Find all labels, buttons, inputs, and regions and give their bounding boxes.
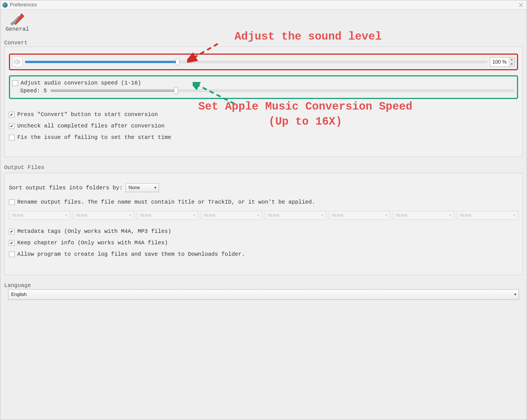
volume-box: 100 % ▲ ▼: [9, 54, 518, 70]
metadata-label: Metadata tags (Only works with M4A, MP3 …: [17, 228, 171, 235]
rename-label: Rename output files. The file name must …: [17, 199, 315, 205]
chevron-down-icon: ▼: [129, 213, 132, 217]
language-dropdown[interactable]: English ▼: [8, 289, 519, 300]
speed-slider[interactable]: [51, 87, 514, 94]
chevron-down-icon: ▼: [193, 213, 196, 217]
chevron-down-icon: ▼: [513, 213, 516, 217]
rename-field-3-dropdown[interactable]: None▼: [137, 211, 198, 220]
rename-fields-row: None▼None▼None▼None▼None▼None▼None▼None▼: [9, 211, 518, 220]
chevron-down-icon: ▼: [514, 293, 517, 296]
tools-icon: [9, 12, 26, 26]
tab-general-label: General: [6, 26, 29, 32]
section-language-label: Language: [4, 282, 527, 289]
chevron-down-icon: ▼: [154, 186, 157, 190]
convert-group: 100 % ▲ ▼ Adjust audio conversion speed …: [4, 47, 523, 157]
rename-field-7-dropdown[interactable]: None▼: [393, 211, 454, 220]
speed-box: Adjust audio conversion speed (1-16) Spe…: [9, 75, 518, 99]
volume-value: 100 %: [490, 57, 509, 66]
rename-field-6-dropdown[interactable]: None▼: [329, 211, 390, 220]
chevron-down-icon: ▼: [449, 213, 452, 217]
app-icon: [3, 3, 8, 8]
chapter-label: Keep chapter info (Only works with M4A f…: [17, 240, 168, 246]
chevron-down-icon: ▼: [321, 213, 324, 217]
rename-field-value: None: [12, 213, 23, 218]
section-output-label: Output Files: [4, 164, 527, 171]
speed-value-label: Speed: 5: [20, 88, 48, 94]
rename-field-8-dropdown[interactable]: None▼: [457, 211, 518, 220]
fix-start-time-label: Fix the issue of failing to set the star…: [17, 134, 171, 141]
section-convert-label: Convert: [4, 40, 527, 46]
rename-field-value: None: [332, 213, 344, 218]
titlebar: Preferences: [0, 0, 527, 10]
convert-checks: Press "Convert" button to start conversi…: [9, 111, 518, 141]
rename-field-2-dropdown[interactable]: None▼: [73, 211, 134, 220]
uncheck-completed-checkbox[interactable]: [9, 123, 14, 129]
tab-general[interactable]: General: [8, 12, 27, 32]
window-title: Preferences: [10, 2, 37, 8]
language-group: English ▼: [4, 289, 523, 300]
language-value: English: [11, 292, 27, 297]
logs-checkbox[interactable]: [9, 252, 14, 257]
volume-spinbox[interactable]: 100 % ▲ ▼: [490, 57, 515, 67]
sort-label: Sort output files into folders by:: [9, 185, 123, 191]
speaker-icon: [12, 57, 22, 67]
adjust-speed-checkbox[interactable]: [12, 80, 18, 86]
rename-field-value: None: [460, 213, 472, 218]
uncheck-completed-label: Uncheck all completed files after conver…: [17, 123, 165, 129]
chapter-checkbox[interactable]: [9, 240, 14, 246]
chevron-down-icon: ▼: [65, 213, 68, 217]
press-convert-label: Press "Convert" button to start conversi…: [17, 111, 158, 118]
rename-field-value: None: [204, 213, 216, 218]
svg-point-2: [11, 22, 14, 25]
rename-checkbox[interactable]: [9, 199, 14, 205]
rename-field-4-dropdown[interactable]: None▼: [201, 211, 262, 220]
logs-label: Allow program to create log files and sa…: [17, 251, 245, 257]
chevron-down-icon: ▼: [257, 213, 260, 217]
rename-field-5-dropdown[interactable]: None▼: [265, 211, 326, 220]
rename-field-value: None: [140, 213, 151, 218]
rename-field-value: None: [268, 213, 279, 218]
preferences-window: Preferences General Convert: [0, 0, 527, 420]
adjust-speed-label: Adjust audio conversion speed (1-16): [21, 80, 141, 86]
chevron-down-icon: ▼: [385, 213, 388, 217]
rename-field-value: None: [76, 213, 88, 218]
sort-dropdown-value: None: [129, 185, 140, 190]
volume-step-down[interactable]: ▼: [509, 62, 514, 67]
rename-field-value: None: [396, 213, 407, 218]
volume-slider[interactable]: [25, 59, 487, 65]
close-button[interactable]: [518, 0, 523, 10]
volume-step-up[interactable]: ▲: [509, 57, 514, 62]
press-convert-checkbox[interactable]: [9, 112, 14, 117]
metadata-checkbox[interactable]: [9, 229, 14, 234]
rename-field-1-dropdown[interactable]: None▼: [9, 211, 70, 220]
output-group: Sort output files into folders by: None …: [4, 173, 523, 275]
output-checks: Metadata tags (Only works with M4A, MP3 …: [9, 228, 518, 257]
sort-dropdown[interactable]: None ▼: [125, 183, 159, 192]
fix-start-time-checkbox[interactable]: [9, 135, 14, 140]
